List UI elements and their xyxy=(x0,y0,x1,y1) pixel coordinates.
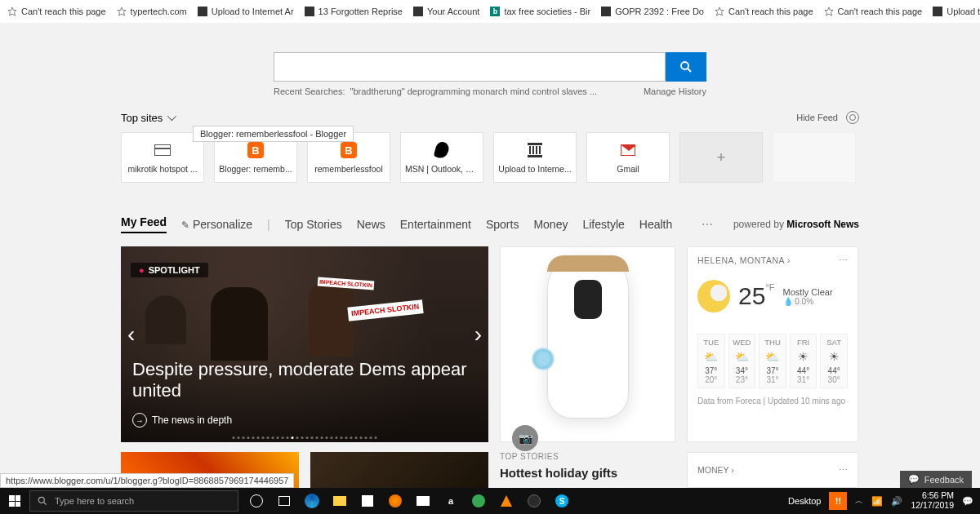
bookmark-label: Can't reach this page xyxy=(838,7,923,16)
desktop-toolbar-label[interactable]: Desktop xyxy=(788,496,821,506)
add-tile-button[interactable]: + xyxy=(679,132,763,183)
forecast-low: 20° xyxy=(698,375,724,384)
bookmark-item[interactable]: Can't reach this page xyxy=(7,6,106,17)
star-icon xyxy=(824,7,834,16)
forecast-high: 37° xyxy=(698,366,724,375)
tray-chevron-up-icon[interactable]: ︿ xyxy=(855,495,863,507)
feed-nav-item[interactable]: News xyxy=(357,218,385,231)
search-icon xyxy=(679,60,693,74)
taskbar-app-mail[interactable] xyxy=(410,488,436,514)
top-sites-heading[interactable]: Top sites xyxy=(121,112,174,124)
forecast-high: 44° xyxy=(791,366,817,375)
bookmark-item[interactable]: Your Account xyxy=(412,6,479,17)
top-site-tile[interactable]: Upload to Interne... xyxy=(493,132,577,183)
forecast-day[interactable]: WED⛅34°23° xyxy=(728,334,756,388)
action-center-icon[interactable]: 💬 xyxy=(962,496,973,507)
tile-label: Blogger: rememb... xyxy=(219,164,292,174)
taskbar-app-tripadvisor[interactable] xyxy=(466,488,492,514)
feed-nav-item[interactable]: Health xyxy=(639,218,672,231)
bookmark-item[interactable]: typertech.com xyxy=(116,6,187,17)
hide-feed-link[interactable]: Hide Feed xyxy=(796,113,838,122)
moon-icon xyxy=(697,280,730,312)
spotlight-card[interactable]: IMPEACH SLOTKIN IMPEACH SLOTKIN SPOTLIGH… xyxy=(121,246,488,442)
bookmark-item[interactable]: GOPR 2392 : Free Do xyxy=(600,6,704,17)
forecast-row: TUE⛅37°20°WED⛅34°23°THU⛅37°31°FRI☀44°31°… xyxy=(697,334,848,388)
money-card[interactable]: MONEY › ⋯ xyxy=(687,452,858,488)
recent-terms[interactable]: "bradtherung" deprogramming monarch mind… xyxy=(350,86,598,96)
feed-nav-more[interactable]: ⋯ xyxy=(702,218,713,231)
top-site-tile[interactable]: mikrotik hotspot ... xyxy=(121,132,204,183)
tripadvisor-icon xyxy=(472,494,485,507)
start-button[interactable] xyxy=(0,488,29,514)
forecast-day[interactable]: TUE⛅37°20° xyxy=(697,334,725,388)
news-thumb[interactable] xyxy=(310,452,488,488)
link-status-bar: https://www.blogger.com/u/1/blogger.g?bl… xyxy=(0,473,294,488)
taskbar-app-store[interactable] xyxy=(354,488,381,514)
volume-icon[interactable]: 🔊 xyxy=(891,496,902,507)
notification-app-icon[interactable]: !! xyxy=(829,492,847,510)
feed-nav-item[interactable]: Lifestyle xyxy=(582,218,624,231)
forecast-day[interactable]: THU⛅37°31° xyxy=(759,334,786,388)
taskbar-search[interactable]: Type here to search xyxy=(29,490,238,512)
network-icon[interactable]: 📶 xyxy=(871,496,883,507)
bookmark-label: Upload to Internet Ar xyxy=(947,7,980,16)
taskbar-app-amazon[interactable]: a xyxy=(438,488,464,514)
favicon xyxy=(305,7,314,16)
taskbar-app-explorer[interactable] xyxy=(327,488,353,514)
svg-line-7 xyxy=(44,503,47,505)
taskbar-app-generic[interactable] xyxy=(521,488,547,514)
gear-icon[interactable] xyxy=(846,111,859,124)
cortana-icon[interactable] xyxy=(243,488,270,514)
bookmark-item[interactable]: Can't reach this page xyxy=(823,6,923,17)
news-in-depth-link[interactable]: → The news in depth xyxy=(132,413,232,428)
carousel-prev-button[interactable]: ‹ xyxy=(127,321,135,348)
card-more-icon[interactable]: ⋯ xyxy=(839,465,848,475)
taskbar-app-edge[interactable] xyxy=(299,488,325,514)
internet-archive-icon xyxy=(528,143,542,157)
feed-nav-item[interactable]: Top Stories xyxy=(285,218,342,231)
feed-nav-item[interactable]: Entertainment xyxy=(400,218,471,231)
tile-label: Upload to Interne... xyxy=(498,164,571,174)
favicon xyxy=(933,7,942,16)
manage-history-link[interactable]: Manage History xyxy=(644,86,706,96)
taskbar-app-skype[interactable]: S xyxy=(549,488,575,514)
arrow-circle-icon: → xyxy=(132,413,147,428)
top-site-tile[interactable]: MSN | Outlook, O... xyxy=(400,132,483,183)
card-more-icon[interactable]: ⋯ xyxy=(839,255,849,265)
forecast-day[interactable]: SAT☀44°30° xyxy=(820,334,848,388)
search-button[interactable] xyxy=(666,52,706,82)
tab-my-feed[interactable]: My Feed xyxy=(121,215,167,233)
top-site-tile[interactable]: Gmail xyxy=(586,132,670,183)
weather-location[interactable]: HELENA, MONTANA › xyxy=(697,255,791,265)
top-stories-card[interactable]: TOP STORIES Hottest holiday gifts xyxy=(500,452,675,488)
bookmark-label: Your Account xyxy=(427,7,479,16)
search-input[interactable] xyxy=(274,52,666,82)
weather-card[interactable]: HELENA, MONTANA › ⋯ 25°F Mostly Clear 💧 … xyxy=(687,246,858,442)
bookmark-item[interactable]: Can't reach this page xyxy=(714,6,813,17)
chevron-right-icon: › xyxy=(731,465,734,475)
taskbar-clock[interactable]: 6:56 PM 12/17/2019 xyxy=(911,491,954,510)
spotlight-badge: SPOTLIGHT xyxy=(131,263,208,277)
bookmark-item[interactable]: 13 Forgotten Reprise xyxy=(304,6,403,17)
camera-icon[interactable]: 📷 xyxy=(512,425,538,451)
favicon xyxy=(601,7,611,16)
recent-searches-row: Recent Searches: "bradtherung" deprogram… xyxy=(274,86,706,96)
top-story-card-image[interactable]: 📷 xyxy=(500,246,675,442)
taskbar-app-vlc[interactable] xyxy=(493,488,519,514)
weather-precip: 💧 0.0% xyxy=(783,297,833,306)
carousel-dots[interactable] xyxy=(233,436,377,439)
chevron-down-icon xyxy=(167,112,176,121)
feed-nav-item[interactable]: Money xyxy=(533,218,568,231)
amazon-icon: a xyxy=(448,496,453,506)
bookmark-item[interactable]: Upload to Internet Ar xyxy=(932,6,980,17)
feedback-button[interactable]: 💬 Feedback xyxy=(900,471,972,488)
feed-nav-item[interactable]: Sports xyxy=(486,218,519,231)
bookmark-item[interactable]: btax free societies - Bir xyxy=(489,6,590,17)
task-view-icon[interactable] xyxy=(271,488,297,514)
personalize-link[interactable]: ✎ Personalize xyxy=(181,218,252,231)
forecast-day[interactable]: FRI☀44°31° xyxy=(790,334,817,388)
bookmark-item[interactable]: Upload to Internet Ar xyxy=(197,6,294,17)
taskbar-app-firefox[interactable] xyxy=(382,488,408,514)
comment-icon: 💬 xyxy=(908,474,920,485)
carousel-next-button[interactable]: › xyxy=(474,321,482,348)
